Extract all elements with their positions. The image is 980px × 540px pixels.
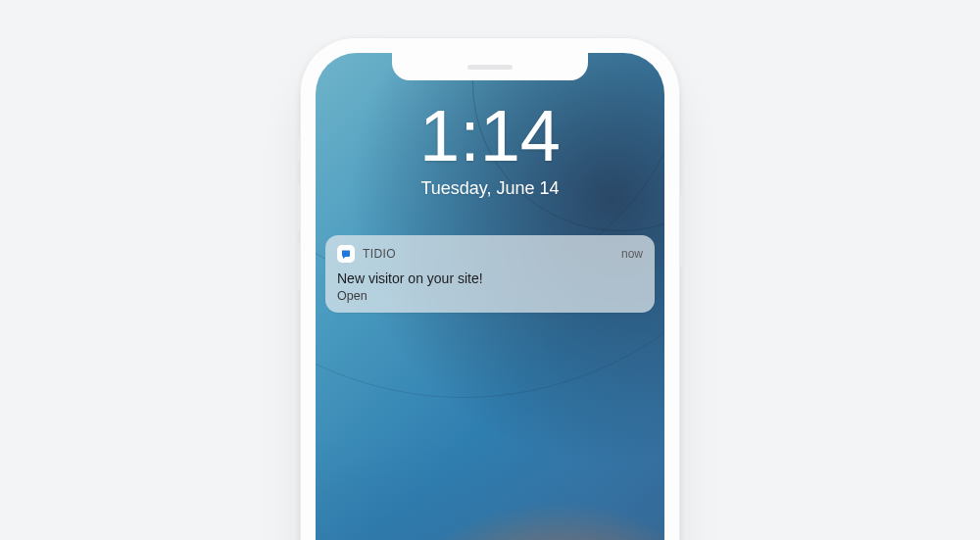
volume-down-button[interactable] <box>297 243 300 290</box>
stage: 1:14 Tuesday, June 14 TIDIO now New visi… <box>0 0 980 540</box>
notification-subtitle: Open <box>337 289 643 303</box>
phone-screen: 1:14 Tuesday, June 14 TIDIO now New visi… <box>316 53 664 540</box>
phone-notch <box>392 53 588 80</box>
notification-app-name: TIDIO <box>363 247 396 261</box>
lockscreen-time: 1:14 <box>316 100 664 172</box>
volume-up-button[interactable] <box>297 184 300 231</box>
tidio-app-icon <box>337 245 355 263</box>
lockscreen-date: Tuesday, June 14 <box>316 178 664 199</box>
notification-header: TIDIO now <box>337 245 643 263</box>
notification-title: New visitor on your site! <box>337 270 643 286</box>
phone-frame: 1:14 Tuesday, June 14 TIDIO now New visi… <box>300 37 680 540</box>
earpiece-icon <box>467 65 513 70</box>
power-button[interactable] <box>680 194 683 267</box>
notification-card[interactable]: TIDIO now New visitor on your site! Open <box>325 235 655 313</box>
lockscreen: 1:14 Tuesday, June 14 <box>316 100 664 199</box>
mute-switch[interactable] <box>297 135 300 161</box>
notification-timestamp: now <box>621 247 643 261</box>
